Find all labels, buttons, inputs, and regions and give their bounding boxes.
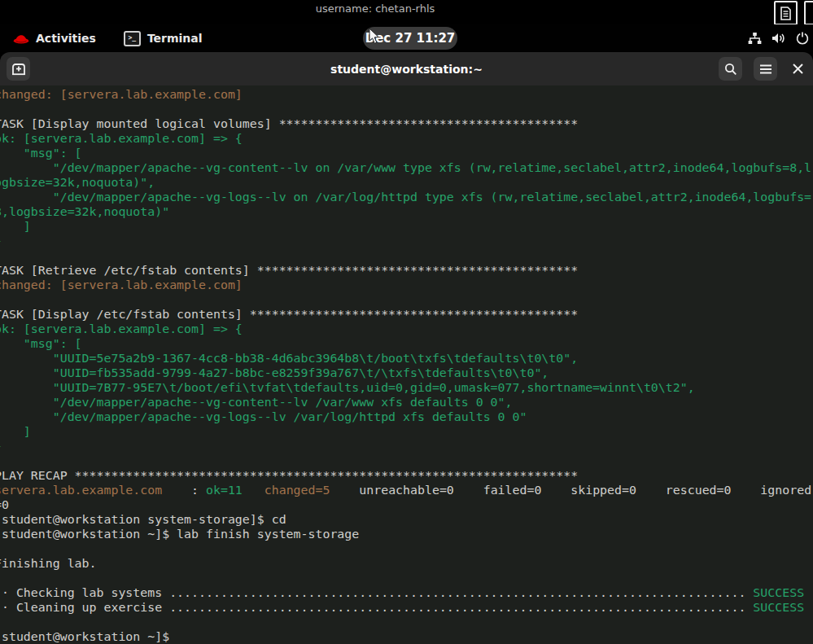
terminal-row: Finishing lab. (0, 556, 813, 571)
terminal-row: "msg": [ (0, 336, 813, 351)
terminal-row: "UUID=7B77-95E7\t/boot/efi\tvfat\tdefaul… (0, 380, 813, 395)
terminal-row: ] (0, 219, 813, 234)
gnome-topbar: Activities >_ Terminal Dec 27 11:27 (0, 24, 813, 52)
terminal-row (0, 571, 813, 585)
terminal-row: servera.lab.example.com : ok=11 changed=… (0, 483, 813, 497)
activities-label: Activities (36, 32, 96, 45)
terminal-row: "msg": [ (0, 146, 813, 160)
terminal-row: · Cleaning up exercise .................… (0, 600, 813, 615)
console-clipboard-button[interactable] (774, 1, 798, 25)
terminal-row: "/dev/mapper/apache--vg-logs--lv /var/lo… (0, 410, 813, 424)
terminal-row: TASK [Retrieve /etc/fstab contents] ****… (0, 263, 813, 278)
terminal-row: [student@workstation ~]$ lab finish syst… (0, 527, 813, 541)
terminal-row: "/dev/mapper/apache--vg-logs--lv on /var… (0, 190, 813, 204)
terminal-screen[interactable]: changed: [servera.lab.example.com]TASK [… (0, 85, 813, 644)
close-window-button[interactable] (786, 57, 810, 81)
app-indicator-terminal[interactable]: >_ Terminal (124, 31, 203, 46)
terminal-row: } (0, 234, 813, 248)
power-icon[interactable] (796, 32, 809, 45)
terminal-row: 8,logbsize=32k,noquota)" (0, 204, 813, 219)
terminal-row (0, 453, 813, 468)
console-extra-button[interactable] (804, 1, 813, 25)
new-tab-icon (11, 63, 26, 76)
terminal-row: TASK [Display /etc/fstab contents] *****… (0, 307, 813, 322)
close-icon (793, 64, 803, 74)
console-username-label: username: chetan-rhls (316, 2, 435, 15)
terminal-row: PLAY RECAP *****************************… (0, 468, 813, 483)
terminal-row (0, 541, 813, 556)
redhat-logo-icon (13, 33, 29, 44)
terminal-row: "/dev/mapper/apache--vg-content--lv /var… (0, 395, 813, 410)
terminal-row: ok: [servera.lab.example.com] => { (0, 322, 813, 336)
terminal-row: ok: [servera.lab.example.com] => { (0, 131, 813, 146)
terminal-row (0, 102, 813, 116)
menu-button[interactable] (754, 57, 777, 81)
terminal-output: changed: [servera.lab.example.com]TASK [… (0, 87, 813, 644)
document-icon (780, 7, 791, 20)
terminal-row (0, 292, 813, 307)
network-icon[interactable] (748, 32, 762, 45)
hamburger-menu-icon (760, 64, 771, 74)
console-strip: username: chetan-rhls (0, 0, 813, 24)
new-tab-button[interactable] (7, 57, 30, 81)
terminal-row: "/dev/mapper/apache--vg-content--lv on /… (0, 160, 813, 175)
terminal-row: ] (0, 424, 813, 439)
terminal-row: TASK [Display mounted logical volumes] *… (0, 116, 813, 131)
terminal-row: · Checking lab systems .................… (0, 585, 813, 600)
terminal-row: [student@workstation system-storage]$ cd (0, 512, 813, 527)
terminal-row (0, 615, 813, 629)
activities-button[interactable]: Activities (13, 32, 96, 45)
terminal-row: [student@workstation ~]$ (0, 629, 813, 644)
terminal-row: changed: [servera.lab.example.com] (0, 87, 813, 102)
terminal-app-icon: >_ (124, 31, 141, 46)
app-indicator-label: Terminal (147, 32, 203, 45)
search-button[interactable] (719, 57, 742, 81)
terminal-row: "UUID=5e75a2b9-1367-4cc8-bb38-4d6abc3964… (0, 351, 813, 366)
terminal-row (0, 248, 813, 263)
terminal-row: =0 (0, 497, 813, 512)
search-icon (724, 63, 737, 76)
terminal-row: } (0, 439, 813, 453)
mouse-cursor-icon (369, 28, 381, 45)
terminal-row: "UUID=fb535add-9799-4a27-b8bc-e8259f39a7… (0, 366, 813, 380)
desktop: { "colors": { "terminal_background": "#1… (0, 0, 813, 644)
volume-icon[interactable] (771, 32, 786, 45)
terminal-headerbar[interactable]: student@workstation:~ (0, 52, 813, 85)
window-title: student@workstation:~ (0, 52, 813, 85)
terminal-row: ogbsize=32k,noquota)", (0, 175, 813, 190)
terminal-row: changed: [servera.lab.example.com] (0, 278, 813, 292)
